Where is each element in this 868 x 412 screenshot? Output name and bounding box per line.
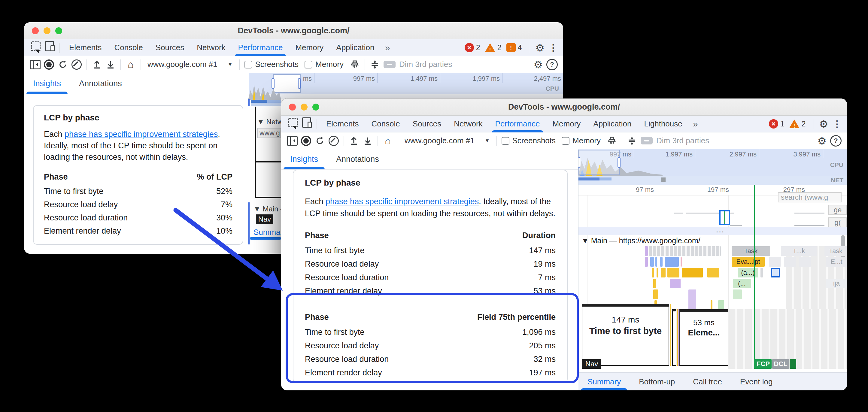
customize-menu-icon[interactable]: ⋮ [831, 119, 847, 129]
tab-elements[interactable]: Elements [63, 39, 108, 56]
tab-performance[interactable]: Performance [232, 39, 289, 56]
clear-icon[interactable] [70, 58, 84, 71]
tab-application[interactable]: Application [330, 39, 380, 56]
download-profile-icon[interactable] [104, 58, 118, 71]
tab-performance[interactable]: Performance [489, 116, 546, 132]
flame-task-bar[interactable]: T...k [781, 246, 817, 256]
front-overview-strip[interactable]: 997 ms 1,997 ms 2,997 ms 3,997 ms CPU [579, 149, 847, 176]
minimize-button[interactable] [43, 27, 51, 34]
error-badge-icon[interactable]: ✕ [465, 43, 474, 52]
reload-record-icon[interactable] [313, 134, 327, 148]
tab-bottom-up[interactable]: Bottom-up [637, 373, 677, 390]
collapse-tracks-icon[interactable] [368, 58, 382, 71]
selected-flame-entry[interactable] [771, 268, 780, 278]
warning-badge-icon[interactable]: ! [789, 120, 800, 128]
memory-checkbox[interactable] [562, 137, 569, 145]
tab-call-tree[interactable]: Call tree [691, 373, 724, 390]
inspect-element-icon[interactable] [286, 116, 300, 129]
dim-3rd-parties-toggle[interactable] [641, 137, 653, 145]
tab-memory[interactable]: Memory [289, 39, 330, 56]
tab-insights[interactable]: Insights [31, 73, 63, 94]
customize-menu-icon[interactable]: ⋮ [547, 42, 563, 53]
network-track-header[interactable]: ▼ Netwo [257, 118, 281, 126]
capture-settings-gear-icon[interactable]: ⚙ [531, 59, 545, 70]
upload-profile-icon[interactable] [347, 134, 361, 148]
flame-task-bar[interactable]: Task [825, 246, 847, 256]
minimap-right-handle[interactable] [618, 157, 621, 168]
tab-sources[interactable]: Sources [149, 39, 190, 56]
tab-console[interactable]: Console [365, 116, 406, 132]
minimize-button[interactable] [301, 104, 308, 110]
history-select[interactable]: www.google.com #1▼ [401, 136, 493, 145]
more-tabs-icon[interactable]: » [689, 116, 701, 132]
main-track-header[interactable]: ▼ Main — https://www.google.com/ [582, 236, 701, 245]
tab-annotations[interactable]: Annotations [334, 149, 381, 169]
history-select[interactable]: www.google.com #1▼ [144, 60, 236, 69]
gc-brush-icon[interactable] [348, 58, 362, 71]
memory-checkbox[interactable] [305, 61, 312, 68]
minimap-selection[interactable] [579, 150, 620, 175]
home-icon[interactable]: ⌂ [124, 58, 137, 71]
tab-sources[interactable]: Sources [406, 116, 447, 132]
improvement-strategies-link[interactable]: phase has specific improvement strategie… [326, 197, 479, 206]
flame-evaluate-bar[interactable]: Eva...ipt [732, 257, 765, 267]
collapse-tracks-icon[interactable] [625, 134, 639, 148]
more-tabs-icon[interactable]: » [381, 39, 393, 56]
flame-anon-bar[interactable]: (a...) [738, 268, 758, 278]
screenshots-checkbox[interactable] [502, 137, 509, 145]
toggle-sidebar-icon[interactable] [28, 58, 42, 71]
gc-brush-icon[interactable] [605, 134, 619, 148]
tab-application[interactable]: Application [587, 116, 638, 132]
flame-task-bar[interactable]: ija [826, 279, 847, 288]
zoom-button[interactable] [312, 104, 319, 110]
close-button[interactable] [289, 104, 296, 110]
reload-record-icon[interactable] [56, 58, 70, 71]
minimap-left-handle[interactable] [579, 157, 580, 168]
tab-insights[interactable]: Insights [288, 149, 320, 169]
improvement-strategies-link[interactable]: phase has specific improvement strategie… [65, 130, 218, 139]
close-button[interactable] [32, 27, 39, 34]
home-icon[interactable]: ⌂ [381, 134, 395, 148]
flame-task-bar[interactable]: Task [732, 246, 770, 256]
expand-dots[interactable]: … [711, 224, 730, 234]
download-profile-icon[interactable] [361, 134, 375, 148]
help-icon[interactable]: ? [829, 134, 843, 148]
flame-chart[interactable]: 97 ms 197 ms 297 ms search (www.g ge g( … [579, 185, 847, 372]
issues-badge-icon[interactable]: ! [506, 43, 516, 52]
tab-memory[interactable]: Memory [546, 116, 587, 132]
clear-icon[interactable] [327, 134, 341, 148]
inspect-element-icon[interactable] [29, 39, 43, 53]
render-delay-phase-box[interactable]: 53 ms Eleme... [679, 309, 728, 366]
zoom-button[interactable] [55, 27, 62, 34]
record-icon[interactable] [42, 58, 56, 71]
settings-gear-icon[interactable]: ⚙ [533, 42, 547, 54]
tab-summary[interactable]: Summary [586, 373, 623, 390]
upload-profile-icon[interactable] [90, 58, 104, 71]
flame-task-bar[interactable]: E...t [826, 257, 847, 267]
net-overview-strip[interactable]: NET [579, 176, 847, 185]
error-badge-icon[interactable]: ✕ [769, 119, 778, 129]
tab-network[interactable]: Network [447, 116, 489, 132]
device-toolbar-icon[interactable] [300, 116, 314, 129]
tab-network[interactable]: Network [190, 39, 231, 56]
tab-annotations[interactable]: Annotations [77, 73, 124, 94]
settings-gear-icon[interactable]: ⚙ [817, 118, 831, 130]
minimap-right-handle[interactable] [298, 78, 301, 89]
network-request-label[interactable]: search (www.g [778, 192, 842, 202]
network-request-chip[interactable]: www.g [257, 128, 281, 138]
flame-anon-bar[interactable]: (... [733, 279, 751, 288]
tab-event-log[interactable]: Event log [738, 373, 774, 390]
main-track-header[interactable]: ▼ Main — [253, 205, 281, 213]
back-summary-tab[interactable]: Summa [253, 228, 281, 237]
collapsed-band[interactable]: … [579, 227, 847, 235]
record-icon[interactable] [299, 134, 313, 148]
help-icon[interactable]: ? [545, 58, 559, 71]
network-request-chip[interactable]: ge [828, 205, 847, 215]
back-timeline-ruler[interactable]: 497 ms 997 ms 1,497 ms 1,997 ms 2,497 ms… [249, 73, 563, 94]
screenshots-checkbox[interactable] [245, 61, 252, 68]
tab-lighthouse[interactable]: Lighthouse [638, 116, 689, 132]
ttfb-phase-box[interactable]: 147 ms Time to first byte [582, 304, 669, 366]
dim-3rd-parties-toggle[interactable] [383, 61, 396, 68]
tab-elements[interactable]: Elements [320, 116, 365, 132]
resource-delay-phase-box[interactable] [672, 309, 676, 366]
